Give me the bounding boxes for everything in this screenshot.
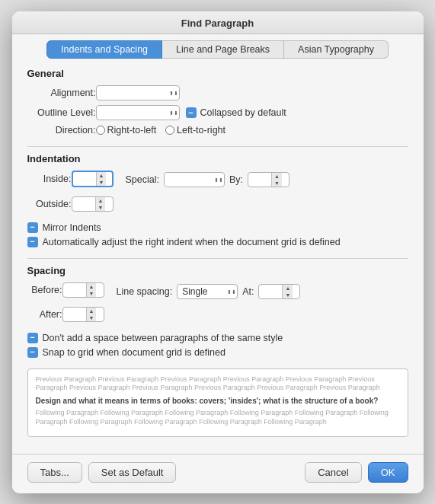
find-paragraph-dialog: Find Paragraph Indents and Spacing Line … — [12, 11, 424, 493]
after-arrows: ▲ ▼ — [86, 308, 97, 321]
snap-grid-checkbox[interactable] — [27, 347, 38, 358]
no-space-row: Don't add a space between paragraphs of … — [27, 333, 408, 343]
no-space-checkbox[interactable] — [27, 333, 38, 343]
at-down-btn[interactable]: ▼ — [283, 292, 293, 298]
ltr-radio[interactable] — [165, 126, 174, 135]
rtl-radio-label[interactable]: Right-to-left — [96, 125, 157, 136]
outside-input-wrapper[interactable]: ▲ ▼ — [72, 196, 114, 212]
tab-indents-spacing[interactable]: Indents and Spacing — [46, 40, 162, 59]
inside-label: Inside: — [27, 174, 72, 184]
mirror-indents-checkbox[interactable] — [27, 222, 38, 233]
indentation-section-title: Indentation — [27, 153, 408, 164]
snap-grid-row: Snap to grid when document grid is defin… — [27, 347, 408, 358]
outline-row: Outline Level: Collapsed by default — [27, 105, 408, 120]
bottom-bar: Tabs... Set as Default Cancel OK — [12, 454, 424, 493]
tab-line-page-breaks[interactable]: Line and Page Breaks — [162, 40, 284, 59]
at-label: At: — [242, 286, 254, 297]
outline-label: Outline Level: — [27, 107, 96, 118]
divider-1 — [27, 146, 408, 147]
outside-input[interactable] — [72, 197, 95, 211]
after-down-btn[interactable]: ▼ — [87, 314, 97, 321]
by-input[interactable] — [248, 173, 271, 187]
after-label: After: — [27, 309, 62, 320]
by-label: By: — [229, 174, 243, 185]
outside-row: Outside: ▲ ▼ — [27, 196, 114, 212]
preview-follow-text: Following Paragraph Following Paragraph … — [36, 409, 400, 426]
by-up-btn[interactable]: ▲ — [272, 173, 282, 180]
at-arrows: ▲ ▼ — [282, 285, 293, 298]
before-label: Before: — [27, 285, 62, 295]
by-arrows: ▲ ▼ — [271, 173, 282, 187]
alignment-select[interactable] — [96, 85, 180, 100]
inside-row: Inside: ▲ ▼ — [27, 171, 114, 187]
spacing-layout: Before: ▲ ▼ After: — [27, 282, 408, 327]
bottom-right-buttons: Cancel OK — [305, 462, 408, 483]
inside-up-btn[interactable]: ▲ — [97, 172, 107, 179]
before-row: Before: ▲ ▼ — [27, 282, 104, 298]
before-up-btn[interactable]: ▲ — [87, 283, 97, 290]
tab-bar: Indents and Spacing Line and Page Breaks… — [12, 34, 424, 59]
spacing-section: Spacing Before: ▲ ▼ Aft — [27, 265, 408, 358]
direction-label: Direction: — [27, 125, 96, 136]
inside-input-wrapper[interactable]: ▲ ▼ — [72, 171, 114, 187]
after-input[interactable] — [63, 308, 86, 321]
at-up-btn[interactable]: ▲ — [283, 285, 293, 292]
auto-adjust-row: Automatically adjust the right indent wh… — [27, 237, 408, 247]
by-down-btn[interactable]: ▼ — [272, 180, 282, 187]
before-down-btn[interactable]: ▼ — [87, 290, 97, 297]
special-select-wrapper[interactable] — [164, 172, 225, 187]
rtl-label: Right-to-left — [107, 125, 157, 136]
dialog-title: Find Paragraph — [12, 11, 424, 34]
alignment-select-wrapper[interactable] — [96, 85, 180, 100]
indent-right-col: Special: By: ▲ ▼ — [126, 172, 290, 187]
direction-row: Direction: Right-to-left Left-to-right — [27, 125, 408, 136]
rtl-radio[interactable] — [96, 126, 105, 135]
collapsed-icon — [186, 107, 197, 118]
alignment-label: Alignment: — [27, 88, 96, 98]
outside-up-btn[interactable]: ▲ — [96, 197, 106, 204]
direction-radio-group: Right-to-left Left-to-right — [96, 125, 226, 136]
outline-select-wrapper[interactable] — [96, 105, 180, 120]
preview-box: Previous Paragraph Previous Paragraph Pr… — [27, 368, 408, 437]
line-spacing-select[interactable]: Single 1.5 lines Double At least Exactly… — [177, 284, 238, 299]
tabs-button[interactable]: Tabs... — [27, 462, 82, 483]
inside-arrows: ▲ ▼ — [96, 172, 107, 186]
dialog-content: General Alignment: Outline Level: — [12, 59, 424, 454]
auto-adjust-label: Automatically adjust the right indent wh… — [43, 237, 341, 247]
bottom-left-buttons: Tabs... Set as Default — [27, 462, 177, 483]
before-input-wrapper[interactable]: ▲ ▼ — [62, 282, 104, 298]
after-up-btn[interactable]: ▲ — [87, 308, 97, 314]
by-input-wrapper[interactable]: ▲ ▼ — [248, 172, 289, 187]
tab-asian-typography[interactable]: Asian Typography — [284, 40, 389, 59]
indent-left-col: Inside: ▲ ▼ Outside: — [27, 171, 114, 216]
inside-input[interactable] — [73, 172, 96, 186]
auto-adjust-checkbox[interactable] — [27, 237, 38, 247]
mirror-indents-label: Mirror Indents — [43, 222, 101, 233]
line-spacing-select-wrapper[interactable]: Single 1.5 lines Double At least Exactly… — [177, 284, 238, 299]
ltr-radio-label[interactable]: Left-to-right — [165, 125, 225, 136]
no-space-label: Don't add a space between paragraphs of … — [43, 333, 283, 343]
spacing-section-title: Spacing — [27, 265, 408, 276]
spacing-right-col: Line spacing: Single 1.5 lines Double At… — [117, 284, 301, 299]
cancel-button[interactable]: Cancel — [305, 462, 361, 483]
divider-2 — [27, 258, 408, 259]
outside-down-btn[interactable]: ▼ — [96, 204, 106, 211]
snap-grid-label: Snap to grid when document grid is defin… — [43, 347, 225, 358]
general-section: General Alignment: Outline Level: — [27, 68, 408, 136]
at-input[interactable] — [259, 285, 282, 298]
special-label: Special: — [126, 174, 159, 185]
general-section-title: General — [27, 68, 408, 79]
ok-button[interactable]: OK — [368, 462, 408, 483]
set-default-button[interactable]: Set as Default — [88, 462, 177, 483]
special-select[interactable] — [164, 172, 225, 187]
at-input-wrapper[interactable]: ▲ ▼ — [258, 284, 300, 299]
alignment-row: Alignment: — [27, 85, 408, 100]
inside-down-btn[interactable]: ▼ — [97, 179, 107, 186]
before-input[interactable] — [63, 283, 86, 297]
after-input-wrapper[interactable]: ▲ ▼ — [62, 307, 104, 322]
indentation-layout: Inside: ▲ ▼ Outside: — [27, 171, 408, 216]
line-spacing-label: Line spacing: — [117, 286, 173, 297]
preview-main-text: Design and what it means in terms of boo… — [36, 396, 400, 407]
before-arrows: ▲ ▼ — [86, 283, 97, 297]
outline-select[interactable] — [96, 105, 180, 120]
